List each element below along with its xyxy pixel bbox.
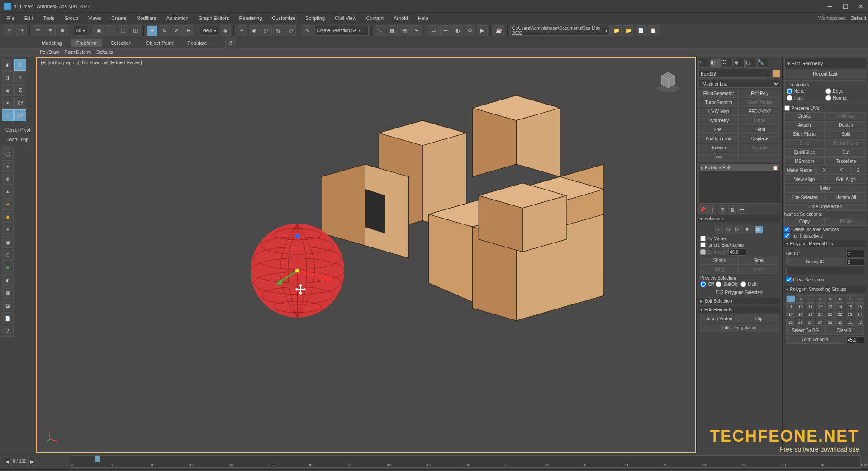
object-name-field[interactable] [698, 70, 770, 78]
snap-opt5-icon[interactable]: ✧ [2, 109, 14, 121]
con-normal-radio[interactable] [825, 95, 831, 101]
proj-btn2[interactable]: 📂 [623, 25, 634, 36]
sg-17[interactable]: 17 [786, 311, 796, 318]
lt-tool6-icon[interactable]: ◉ [2, 211, 14, 223]
sg-18[interactable]: 18 [796, 311, 805, 318]
redo-button[interactable]: ↷ [16, 25, 27, 36]
sg-24[interactable]: 24 [855, 311, 864, 318]
detach-button[interactable]: Detach [825, 121, 866, 129]
unlink-button[interactable]: ⚮ [45, 25, 56, 36]
lt-tool4-icon[interactable]: ▲ [2, 186, 14, 197]
planar-y[interactable]: Y [833, 167, 849, 175]
viewalign-button[interactable]: View Align [784, 176, 825, 184]
sg-5[interactable]: 5 [825, 295, 835, 303]
select-region-button[interactable]: ⬚ [118, 25, 128, 36]
lt-tool14-icon[interactable]: 📄 [2, 312, 14, 324]
fullinteract-checkbox[interactable] [784, 233, 790, 238]
time-ruler[interactable]: 0510152025303540455055606570758085909510… [71, 455, 861, 468]
menu-modifiers[interactable]: Modifiers [132, 14, 161, 22]
rollout-selection[interactable]: ▾ Selection [698, 215, 780, 222]
tab-modify-icon[interactable]: ◧ [710, 59, 721, 68]
viewport[interactable]: [+] [Orthographic] [No shadow] [Edged Fa… [37, 58, 695, 452]
center-pivot-button[interactable]: Center Pivot [2, 126, 34, 134]
lt-tool12-icon[interactable]: ▦ [2, 287, 14, 299]
flip-button[interactable]: Flip [740, 315, 778, 323]
sg-10[interactable]: 10 [796, 303, 805, 310]
snap-opt4-icon[interactable]: ✦ [2, 97, 14, 109]
menu-create[interactable]: Create [107, 14, 131, 22]
sg-16[interactable]: 16 [855, 303, 864, 310]
render-frame-button[interactable]: ▶ [477, 25, 488, 36]
schematic-button[interactable]: ☰ [440, 25, 451, 36]
menu-group[interactable]: Group [60, 14, 83, 22]
lt-tool10-icon[interactable]: ❋ [2, 262, 14, 273]
menu-help[interactable]: Help [413, 14, 433, 22]
proj-btn1[interactable]: 📁 [611, 25, 622, 36]
stack-remove-icon[interactable]: 🗑 [728, 205, 736, 214]
pivot-button[interactable]: ◈ [220, 25, 231, 36]
ribbon-selection[interactable]: Selection [105, 39, 137, 47]
menu-grapheditors[interactable]: Graph Editors [194, 14, 234, 22]
lt-tool1-icon[interactable]: ◯ [2, 147, 14, 159]
selectid-spinner[interactable] [846, 258, 864, 266]
stack-item-editablepoly[interactable]: ▸ Editable Poly📋 [700, 164, 779, 171]
sg-23[interactable]: 23 [845, 311, 854, 318]
create-button[interactable]: Create [784, 112, 825, 120]
tab-utilities-icon[interactable]: 🔧 [757, 59, 768, 68]
grow-button[interactable]: Grow [740, 257, 778, 265]
angle-snap-button[interactable]: 3° [261, 25, 272, 36]
selbysg-button[interactable]: Select By SG [786, 327, 825, 335]
bind-button[interactable]: ≋ [57, 25, 68, 36]
axis-xy-button[interactable]: XY [14, 97, 26, 109]
preview-subobj-radio[interactable] [716, 281, 721, 287]
menu-scripting[interactable]: Scripting [301, 14, 329, 22]
snap-opt2-icon[interactable]: ◑ [2, 71, 14, 83]
stack-unique-icon[interactable]: ⊡ [718, 205, 726, 214]
axis-y-button[interactable]: Y [14, 71, 26, 83]
quickmod-prooptimizer[interactable]: ProOptimizer [698, 135, 739, 143]
makeplanar-button[interactable]: Make Planar [784, 167, 816, 175]
lt-tool11-icon[interactable]: ◐ [2, 274, 14, 286]
tab-motion-icon[interactable]: ◉ [734, 59, 745, 68]
con-none-radio[interactable] [787, 88, 792, 94]
refcoord-dropdown[interactable]: View ▾ [200, 26, 218, 36]
select-name-button[interactable]: ≡ [105, 25, 116, 36]
sg-30[interactable]: 30 [835, 319, 845, 326]
sg-28[interactable]: 28 [816, 319, 825, 326]
sg-26[interactable]: 26 [796, 319, 805, 326]
sg-2[interactable]: 2 [796, 295, 805, 303]
lt-tool2-icon[interactable]: ● [2, 160, 14, 172]
con-edge-radio[interactable] [825, 88, 831, 94]
subribbon-defaults[interactable]: Defaults [96, 50, 113, 55]
tab-hierarchy-icon[interactable]: ☷ [722, 59, 733, 68]
rollout-matids[interactable]: ▾ Polygon: Material IDs [784, 240, 867, 247]
manipulate-button[interactable]: ✦ [237, 25, 247, 36]
sg-6[interactable]: 6 [835, 295, 845, 303]
autosmooth-button[interactable]: Auto Smooth [786, 336, 845, 344]
time-slider[interactable] [95, 456, 100, 462]
material-editor-button[interactable]: ◐ [452, 25, 463, 36]
filter-dropdown[interactable]: All ▾ [74, 26, 87, 36]
modifier-stack[interactable]: ▸ Editable Poly📋 [698, 163, 780, 204]
sg-3[interactable]: 3 [806, 295, 815, 303]
planar-z[interactable]: Z [850, 167, 867, 175]
sg-32[interactable]: 32 [855, 319, 864, 326]
quickslice-button[interactable]: QuickSlice [784, 148, 825, 157]
lt-tool8-icon[interactable]: ▣ [2, 236, 14, 248]
sg-15[interactable]: 15 [845, 303, 854, 310]
sg-31[interactable]: 31 [845, 319, 854, 326]
menu-arnold[interactable]: Arnold [389, 14, 413, 22]
sg-7[interactable]: 7 [845, 295, 854, 303]
workspace-dropdown[interactable]: Default [850, 15, 866, 21]
sg-13[interactable]: 13 [825, 303, 835, 310]
lt-tool3-icon[interactable]: ◍ [2, 173, 14, 185]
sg-12[interactable]: 12 [816, 303, 825, 310]
maximize-button[interactable]: ☐ [842, 3, 849, 10]
sg-4[interactable]: 4 [816, 295, 825, 303]
subobj-border-icon[interactable]: ▷ [735, 226, 743, 234]
axis-x-button[interactable]: X [14, 59, 26, 71]
tessellate-button[interactable]: Tessellate [825, 157, 866, 166]
spinner-snap-button[interactable]: ◇ [285, 25, 296, 36]
viewport-label[interactable]: [+] [Orthographic] [No shadow] [Edged Fa… [41, 60, 142, 65]
time-right-button[interactable]: ▶ [28, 458, 36, 465]
